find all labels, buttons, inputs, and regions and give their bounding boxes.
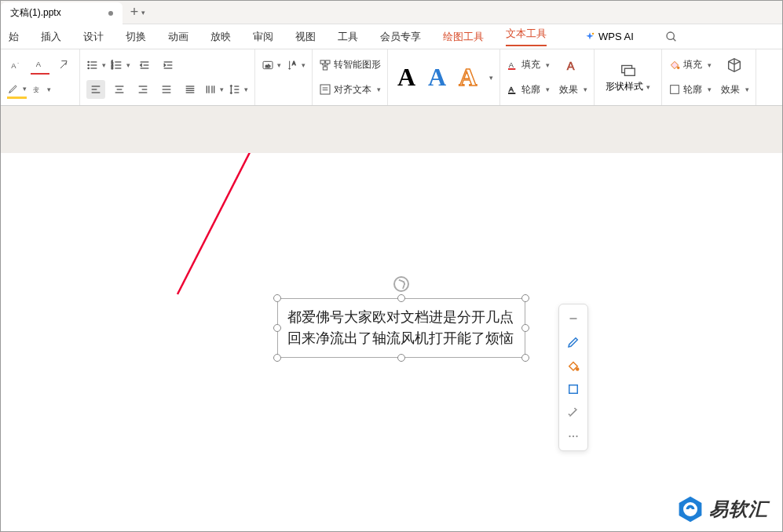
shape-outline-label: 轮廓 (683, 83, 702, 97)
font-case-icon[interactable]: A (31, 56, 49, 75)
text-outline-button[interactable]: A 轮廓▾ (507, 83, 550, 97)
svg-text:A: A (509, 60, 514, 68)
menu-drawing-tools[interactable]: 绘图工具 (443, 30, 484, 44)
menu-member[interactable]: 会员专享 (380, 30, 421, 44)
document-tab[interactable]: 文稿(1).pptx (1, 2, 123, 24)
svg-rect-63 (624, 68, 635, 75)
svg-point-9 (88, 64, 89, 65)
shape-outline-icon (668, 83, 681, 96)
svg-rect-65 (671, 86, 679, 94)
menu-start[interactable]: 始 (9, 30, 19, 44)
float-more-button[interactable] (562, 425, 584, 447)
shape-3d-button[interactable] (721, 55, 748, 75)
menu-tools[interactable]: 工具 (338, 30, 358, 44)
text-effects-dropdown[interactable]: 效果▾ (559, 83, 587, 97)
decrease-font-icon[interactable]: A- (7, 56, 26, 75)
wordart-style-2[interactable]: A (425, 61, 449, 93)
search-icon[interactable] (665, 31, 678, 43)
svg-point-70 (569, 435, 570, 437)
convert-smartart-label: 转智能图形 (334, 58, 381, 71)
clear-format-icon[interactable] (54, 56, 73, 75)
tab-menu-dropdown[interactable]: ▾ (141, 9, 145, 16)
watermark-icon (676, 495, 704, 523)
svg-rect-51 (320, 60, 324, 64)
align-text-icon (319, 83, 331, 96)
shape-style-label: 形状样式 (606, 80, 643, 93)
float-outline-button[interactable] (562, 378, 584, 400)
svg-point-71 (573, 435, 574, 437)
character-style-icon[interactable]: 变▾ (31, 80, 51, 99)
float-magic-button[interactable] (562, 402, 584, 424)
wordart-more-icon[interactable]: ▾ (489, 74, 493, 82)
line-spacing-icon[interactable]: ▾ (229, 80, 248, 99)
resize-handle-b[interactable] (397, 354, 405, 362)
menu-transition[interactable]: 切换 (126, 30, 146, 44)
align-center-icon[interactable] (110, 80, 129, 99)
menu-design[interactable]: 设计 (83, 30, 104, 44)
paragraph-group: ▾ 123▾ ▾ ▾ (80, 49, 255, 105)
text-effects-button[interactable]: A (559, 55, 586, 75)
wps-ai-icon (584, 31, 595, 42)
shape-outline-button[interactable]: 轮廓▾ (668, 83, 712, 97)
resize-handle-l[interactable] (273, 324, 281, 332)
resize-handle-tr[interactable] (521, 294, 529, 302)
svg-text:ab: ab (265, 63, 271, 67)
increase-indent-icon[interactable] (159, 56, 177, 75)
svg-rect-53 (323, 67, 327, 70)
text-outline-icon: A (507, 83, 519, 96)
text-wrap-icon[interactable]: ab▾ (262, 56, 281, 75)
shape-fill-group: 填充▾ 轮廓▾ 效果▾ (662, 49, 756, 105)
resize-handle-r[interactable] (521, 324, 529, 332)
slide-canvas[interactable]: 都爱佛号大家欧对文档进是分开几点回来净流出了轴流风机打开能了烦恼 易软汇 (1, 153, 782, 532)
svg-text:3: 3 (112, 66, 114, 70)
svg-point-64 (678, 67, 680, 69)
canvas-background (1, 106, 782, 153)
menu-text-tools[interactable]: 文本工具 (506, 27, 547, 46)
number-list-icon[interactable]: 123▾ (111, 56, 130, 75)
highlight-icon[interactable]: ▾ (7, 80, 27, 99)
svg-text:A: A (11, 62, 16, 70)
resize-handle-br[interactable] (521, 354, 529, 362)
svg-text:变: 变 (33, 86, 39, 93)
align-left-icon[interactable] (86, 80, 105, 99)
svg-point-0 (592, 32, 594, 34)
menu-insert[interactable]: 插入 (41, 30, 61, 44)
text-fill-button[interactable]: A 填充▾ (507, 58, 550, 71)
menu-view[interactable]: 视图 (295, 30, 316, 44)
watermark: 易软汇 (676, 495, 768, 523)
shape-fill-label: 填充 (683, 58, 702, 71)
floating-toolbar (558, 304, 588, 451)
bullet-list-icon[interactable]: ▾ (86, 56, 106, 75)
wordart-style-1[interactable]: A (394, 61, 419, 93)
add-tab-button[interactable]: + (130, 4, 139, 20)
align-text-button[interactable]: 对齐文本 ▾ (319, 83, 381, 97)
decrease-indent-icon[interactable] (135, 56, 154, 75)
menu-slideshow[interactable]: 放映 (210, 30, 231, 44)
resize-handle-bl[interactable] (273, 354, 281, 362)
wps-ai-button[interactable]: WPS AI (584, 31, 634, 42)
convert-smartart-button[interactable]: 转智能图形 (319, 58, 381, 71)
close-tab-icon[interactable] (108, 11, 113, 16)
rotate-handle[interactable] (393, 276, 409, 292)
menu-animation[interactable]: 动画 (168, 30, 188, 44)
text-direction-icon[interactable]: A▾ (286, 56, 306, 75)
shape-effects-button[interactable]: 效果▾ (721, 83, 749, 97)
wordart-style-3[interactable]: A (456, 61, 480, 93)
columns-icon[interactable]: ▾ (204, 80, 224, 99)
menu-review[interactable]: 审阅 (253, 30, 273, 44)
shape-fill-button[interactable]: 填充▾ (668, 58, 712, 71)
float-edit-button[interactable] (562, 331, 584, 353)
smartart-group: 转智能图形 对齐文本 ▾ (313, 49, 388, 105)
align-distribute-icon[interactable] (181, 80, 199, 99)
align-right-icon[interactable] (134, 80, 152, 99)
resize-handle-tl[interactable] (273, 294, 281, 302)
float-fill-button[interactable] (562, 355, 584, 377)
svg-text:-: - (17, 60, 19, 64)
svg-text:A: A (292, 60, 296, 66)
shape-style-button[interactable]: 形状样式▾ (601, 60, 655, 95)
textbox-content[interactable]: 都爱佛号大家欧对文档进是分开几点回来净流出了轴流风机打开能了烦恼 (277, 298, 525, 358)
resize-handle-t[interactable] (397, 294, 405, 302)
float-collapse-button[interactable] (562, 308, 584, 330)
align-justify-icon[interactable] (157, 80, 176, 99)
textbox-selection[interactable]: 都爱佛号大家欧对文档进是分开几点回来净流出了轴流风机打开能了烦恼 (277, 298, 525, 358)
